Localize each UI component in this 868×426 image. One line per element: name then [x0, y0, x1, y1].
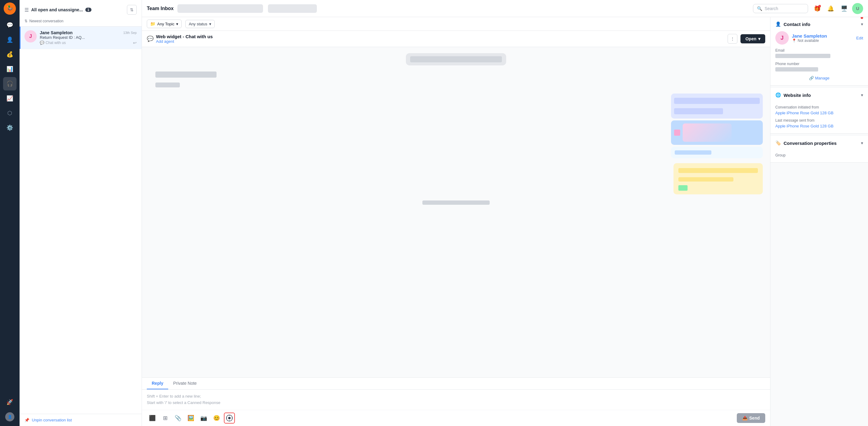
private-note-tab[interactable]: Private Note [168, 378, 202, 389]
phone-value [775, 67, 818, 71]
contact-location: 📍 Not available [792, 38, 827, 43]
svg-point-1 [228, 417, 230, 419]
sort-button[interactable]: ⇅ [127, 5, 137, 15]
audio-icon[interactable] [224, 413, 235, 424]
contact-info-header[interactable]: 👤 Contact info ▾ [770, 17, 868, 31]
sort-label: Newest conversation [29, 19, 63, 23]
send-label: Send [749, 416, 760, 421]
conversation-channel: Chat with us [45, 41, 66, 45]
messages-area [142, 47, 770, 378]
website-info-header[interactable]: 🌐 Website info ▾ [770, 88, 868, 102]
conv-from-label: Conversation initiated from [775, 105, 863, 109]
conversation-subject: Return Request ID : AQ... [40, 35, 137, 40]
attachment-block-icon[interactable]: ⊞ [160, 413, 170, 424]
gift-icon[interactable]: 🎁 [812, 3, 823, 14]
sidebar-item-contacts[interactable]: 👤 [3, 33, 17, 46]
attachment-media-icon[interactable]: 📷 [198, 413, 209, 424]
props-icon: 🏷️ [775, 140, 781, 146]
manage-button[interactable]: 🔗 Manage [775, 76, 863, 80]
sidebar-item-analytics[interactable]: 📈 [3, 92, 17, 105]
sidebar-item-reports[interactable]: 📊 [3, 62, 17, 76]
msg-blurred-center [423, 200, 490, 205]
sidebar-item-integrations[interactable]: ⬡ [3, 106, 17, 120]
msg-blurred-1 [155, 71, 217, 77]
hamburger-icon[interactable]: ☰ [25, 7, 29, 13]
conv-panel-title: All open and unassigne... [31, 7, 83, 12]
sidebar-item-user-avatar[interactable]: 👤 [3, 410, 17, 424]
conv-props-section: 🏷️ Conversation properties ▾ Group [770, 136, 868, 163]
conversation-date: 13th Sep [123, 31, 137, 35]
pink-square [674, 130, 680, 136]
unpin-label: Unpin conversation list [32, 418, 72, 422]
attachment-video-icon[interactable]: ⬛ [147, 413, 158, 424]
app-title: Team Inbox [147, 6, 174, 11]
website-section-title: Website info [783, 93, 811, 98]
contact-chevron-icon: ▾ [861, 22, 863, 27]
last-msg-value: Apple iPhone Rose Gold 128 GB [775, 124, 863, 128]
status-chevron-icon: ▾ [209, 22, 211, 26]
open-chevron-icon: ▾ [758, 36, 760, 41]
conversation-item[interactable]: J Jane Sampleton 13th Sep Return Request… [20, 27, 142, 49]
manage-icon: 🔗 [809, 76, 814, 80]
conv-count-badge: 1 [85, 8, 91, 12]
right-panel: 👤 Contact info ▾ J Jane Sampleton 📍 [770, 17, 868, 426]
status-filter[interactable]: Any status ▾ [185, 20, 215, 28]
phone-label: Phone number [775, 62, 863, 66]
conversation-contact-name: Jane Sampleton [40, 30, 72, 35]
bell-icon[interactable]: 🔔 [825, 3, 836, 14]
sidebar-item-conversations[interactable]: 💬 [3, 18, 17, 32]
chat-header: 💬 Web widget - Chat with us Add agent ⋮ … [142, 31, 770, 47]
sidebar-item-billing[interactable]: 💰 [3, 48, 17, 61]
last-msg-label: Last message sent from [775, 118, 863, 123]
email-label: Email [775, 48, 863, 53]
chat-subject: Web widget - Chat with us [156, 34, 213, 39]
conversation-avatar: J [25, 30, 37, 42]
open-button[interactable]: Open ▾ [740, 34, 765, 43]
send-icon: 📤 [742, 416, 747, 421]
more-options-button[interactable]: ⋮ [727, 34, 737, 44]
search-icon: 🔍 [757, 6, 762, 11]
unpin-bar[interactable]: 📌 Unpin conversation list [20, 414, 142, 426]
props-chevron-icon: ▾ [861, 140, 863, 145]
add-agent-button[interactable]: Add agent [156, 39, 213, 44]
emoji-icon[interactable]: 😊 [211, 413, 222, 424]
sidebar-nav: 🦆 💬 👤 💰 📊 🎧 📈 ⬡ ⚙️ 🚀 👤 [0, 0, 20, 426]
user-menu[interactable]: U [852, 3, 863, 14]
conv-panel-header: ☰ All open and unassigne... 1 ⇅ ⇅ Newest… [20, 0, 142, 27]
sidebar-item-launch[interactable]: 🚀 [3, 395, 17, 409]
open-label: Open [745, 36, 756, 41]
conv-props-header[interactable]: 🏷️ Conversation properties ▾ [770, 136, 868, 150]
website-info-section: 🌐 Website info ▾ Conversation initiated … [770, 88, 868, 134]
filter-bar: 📁 Any Topic ▾ Any status ▾ [142, 17, 770, 31]
reply-input[interactable]: Shift + Enter to add a new line; Start w… [142, 390, 770, 410]
attachment-image-icon[interactable]: 🖼️ [185, 413, 196, 424]
group-label: Group [775, 153, 863, 157]
edit-button[interactable]: Edit [857, 36, 863, 40]
reply-toolbar: ⬛ ⊞ 📎 🖼️ 📷 😊 [142, 410, 770, 426]
send-button[interactable]: 📤 Send [737, 413, 765, 423]
search-box[interactable]: 🔍 Search [753, 4, 808, 13]
contact-info-section: 👤 Contact info ▾ J Jane Sampleton 📍 [770, 17, 868, 86]
blurred-input-2 [268, 4, 317, 13]
app-logo[interactable]: 🦆 [4, 2, 16, 15]
contact-section-title: Contact info [783, 22, 810, 27]
reply-area: Reply Private Note Shift + Enter to add … [142, 378, 770, 426]
manage-label: Manage [815, 76, 830, 80]
topic-chevron-icon: ▾ [176, 22, 178, 26]
unpin-icon: 📌 [25, 418, 29, 422]
contact-name[interactable]: Jane Sampleton [792, 33, 827, 38]
sidebar-item-settings[interactable]: ⚙️ [3, 121, 17, 134]
search-label: Search [765, 6, 778, 11]
top-bar: Team Inbox 🔍 Search 🎁 🔔 🖥️ U [142, 0, 868, 17]
reply-placeholder-1: Shift + Enter to add a new line; [147, 393, 765, 400]
reply-placeholder-2: Start with '/' to select a Canned Respon… [147, 400, 765, 406]
screen-icon[interactable]: 🖥️ [839, 3, 850, 14]
reply-tab[interactable]: Reply [147, 378, 168, 389]
topic-filter[interactable]: 📁 Any Topic ▾ [147, 20, 182, 28]
attachment-file-icon[interactable]: 📎 [173, 413, 184, 424]
conv-from-value: Apple iPhone Rose Gold 128 GB [775, 111, 863, 115]
sidebar-item-help[interactable]: 🎧 [3, 77, 17, 91]
location-text: Not available [798, 38, 819, 43]
sort-icon: ⇅ [25, 19, 28, 23]
chat-area: 📁 Any Topic ▾ Any status ▾ 💬 Web widget … [142, 17, 770, 426]
